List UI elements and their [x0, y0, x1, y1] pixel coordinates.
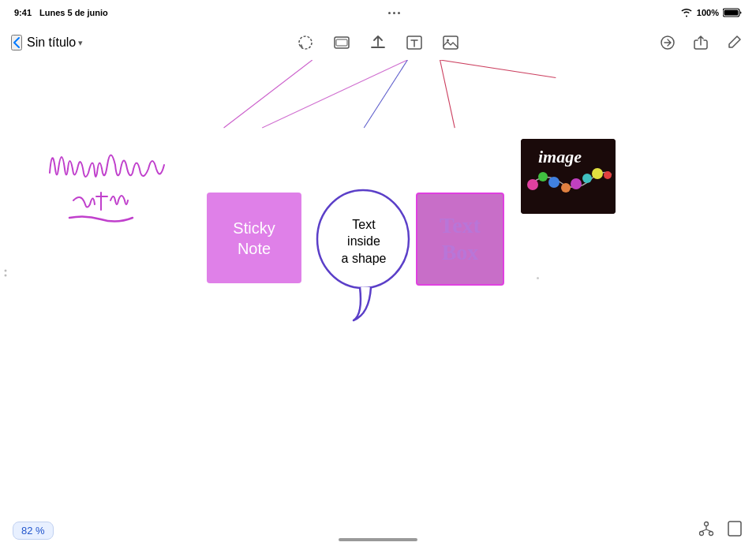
home-indicator [339, 538, 417, 541]
svg-point-27 [709, 531, 713, 535]
toolbar-center [294, 32, 462, 54]
speech-bubble-text: Text inside a shape [320, 202, 407, 281]
svg-point-25 [705, 522, 709, 525]
edit-button[interactable] [723, 32, 745, 54]
handwritten-text [38, 129, 204, 232]
insert-button[interactable] [367, 32, 389, 54]
svg-text:image: image [538, 147, 582, 166]
image-box[interactable]: image [521, 139, 616, 214]
date: Lunes 5 de junio [39, 8, 108, 17]
object-tree-button[interactable] [698, 520, 715, 541]
shape-library-button[interactable] [331, 32, 353, 54]
svg-line-11 [440, 60, 455, 128]
svg-point-22 [592, 168, 603, 179]
svg-point-16 [527, 179, 538, 190]
svg-rect-6 [443, 36, 458, 49]
sticky-note[interactable]: Sticky Note [207, 193, 301, 283]
svg-point-21 [582, 174, 592, 183]
wifi-icon [680, 8, 693, 17]
svg-point-23 [604, 171, 612, 179]
toolbar-right [657, 32, 745, 54]
bottom-right-icons [698, 520, 743, 541]
zoom-badge[interactable]: 82 % [13, 522, 54, 540]
text-box[interactable]: Text Box [416, 193, 504, 286]
svg-line-9 [262, 60, 407, 128]
status-bar: 9:41 Lunes 5 de junio 100% [0, 0, 756, 25]
svg-point-17 [538, 172, 548, 181]
svg-line-13 [440, 60, 556, 77]
svg-point-30 [5, 275, 7, 277]
history-button[interactable] [657, 32, 679, 54]
time: 9:41 [14, 8, 32, 17]
battery-label: 100% [697, 8, 719, 17]
document-title[interactable]: Sin título ▾ [27, 36, 83, 50]
share-button[interactable] [690, 32, 712, 54]
bottom-bar: 82 % [0, 514, 756, 546]
svg-point-19 [561, 183, 571, 193]
svg-point-7 [447, 39, 449, 42]
back-button[interactable] [11, 35, 22, 50]
status-right: 100% [680, 8, 742, 17]
status-center [388, 12, 400, 14]
status-left: 9:41 Lunes 5 de junio [14, 8, 108, 17]
dot3 [398, 12, 400, 14]
svg-rect-3 [335, 37, 349, 48]
svg-point-20 [571, 178, 582, 189]
image-visual: image [521, 139, 616, 214]
page-view-button[interactable] [726, 520, 743, 541]
sidebar-handle[interactable] [0, 257, 11, 289]
svg-line-10 [364, 60, 407, 128]
lasso-tool-button[interactable] [294, 32, 316, 54]
svg-point-18 [548, 177, 560, 188]
svg-point-26 [700, 531, 704, 535]
text-box-label: Text Box [440, 212, 481, 265]
canvas-dot [537, 277, 539, 279]
dot1 [388, 12, 391, 14]
canvas: Sticky Note Text inside a shape Text Box [0, 60, 756, 514]
svg-line-12 [224, 60, 313, 128]
svg-point-29 [5, 270, 7, 272]
dot2 [393, 12, 395, 14]
image-tool-button[interactable] [440, 32, 462, 54]
toolbar: Sin título ▾ [0, 25, 756, 60]
battery-icon [723, 8, 742, 17]
svg-rect-28 [728, 522, 741, 536]
speech-bubble-container[interactable]: Text inside a shape [314, 188, 417, 333]
text-tool-button[interactable] [403, 32, 425, 54]
svg-rect-1 [724, 10, 739, 16]
title-chevron: ▾ [78, 38, 83, 48]
svg-rect-4 [336, 39, 347, 46]
